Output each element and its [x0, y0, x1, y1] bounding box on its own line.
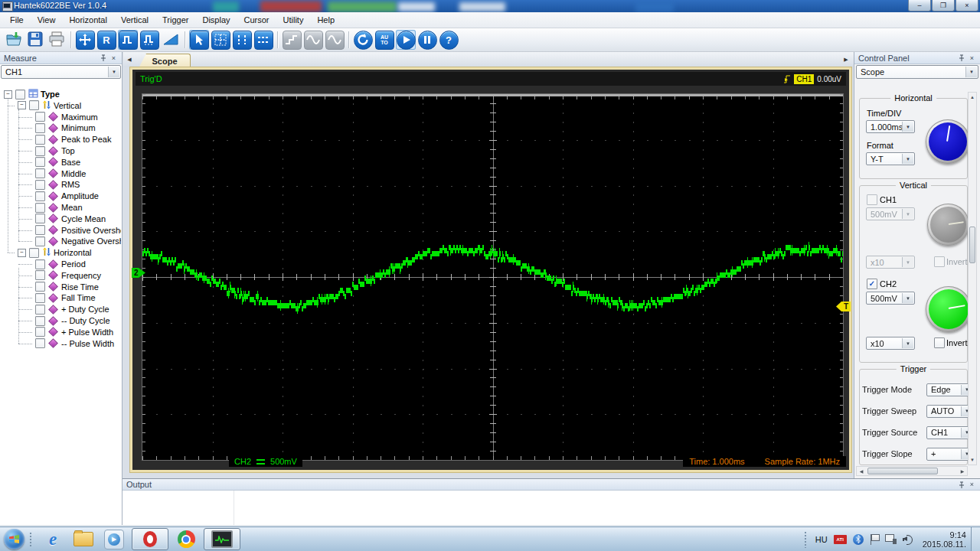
tree-checkbox[interactable] [35, 225, 45, 235]
menu-item-display[interactable]: Display [195, 14, 237, 26]
horizontal-scrollbar[interactable]: ◀ ▶ [856, 466, 968, 476]
tree-checkbox[interactable] [35, 180, 45, 190]
trigger-mode-select[interactable]: Edge▼ [926, 383, 974, 396]
format-select[interactable]: Y-T▼ [866, 152, 915, 165]
tree-checkbox[interactable] [35, 293, 45, 303]
pause-button[interactable] [417, 30, 437, 50]
tree-checkbox[interactable] [35, 305, 45, 315]
menu-item-vertical[interactable]: Vertical [114, 14, 155, 26]
scroll-up-icon[interactable]: ▲ [969, 93, 976, 101]
close-icon[interactable]: × [968, 54, 976, 62]
close-button[interactable]: × [956, 0, 978, 11]
tree-checkbox[interactable] [35, 123, 45, 133]
clock[interactable]: 9:14 2015.08.11. [923, 530, 966, 549]
start-button[interactable] [4, 529, 24, 549]
time-div-select[interactable]: 1.000ms▼ [866, 120, 915, 133]
tree-checkbox[interactable] [35, 157, 45, 167]
network-icon[interactable] [885, 534, 897, 544]
square-wave-button[interactable] [118, 30, 138, 50]
tree-checkbox[interactable] [35, 135, 45, 145]
tree-checkbox[interactable] [35, 327, 45, 337]
menu-item-trigger[interactable]: Trigger [155, 14, 195, 26]
pointer-tool-button[interactable] [189, 30, 209, 50]
language-indicator[interactable]: HU [815, 535, 828, 544]
collapse-icon[interactable]: − [18, 101, 26, 109]
tree-node-horizontal[interactable]: −Horizontal [0, 247, 121, 258]
horizontal-scroll-thumb[interactable] [867, 468, 938, 474]
print-button[interactable] [47, 30, 67, 50]
scroll-left-icon[interactable]: ◀ [858, 467, 865, 475]
tree-checkbox[interactable] [35, 168, 45, 178]
horizontal-cursors-button[interactable] [253, 30, 273, 50]
bluetooth-icon[interactable] [853, 534, 864, 545]
trigger-slope-select[interactable]: +▼ [926, 448, 974, 461]
tab-scroll-left-icon[interactable]: ◀ [125, 54, 134, 65]
menu-item-cursor[interactable]: Cursor [237, 14, 276, 26]
tree-checkbox[interactable] [29, 100, 39, 110]
menu-item-help[interactable]: Help [310, 14, 341, 26]
ch2-volt-select[interactable]: 500mV▼ [866, 292, 915, 305]
ch1-enable-checkbox[interactable] [867, 194, 877, 205]
tree-checkbox[interactable] [35, 112, 45, 122]
menu-item-view[interactable]: View [31, 14, 63, 26]
tree-checkbox[interactable] [35, 259, 45, 269]
tree-checkbox[interactable] [29, 248, 39, 258]
menu-item-file[interactable]: File [3, 14, 31, 26]
grid-display-button[interactable] [211, 30, 230, 50]
tree-checkbox[interactable] [35, 191, 45, 201]
tree-checkbox[interactable] [35, 338, 45, 348]
save-file-button[interactable] [25, 30, 45, 50]
tree-checkbox[interactable] [15, 90, 25, 99]
opera-taskbar-button[interactable] [132, 528, 168, 550]
vertical-cursors-button[interactable] [232, 30, 252, 50]
scroll-right-icon[interactable]: ▶ [959, 467, 966, 475]
pin-icon[interactable] [957, 54, 965, 62]
control-panel-select[interactable]: Scope ▼ [856, 65, 978, 79]
close-icon[interactable]: × [109, 54, 118, 62]
ramp-wave-button[interactable] [161, 30, 181, 50]
reference-button[interactable]: R [96, 30, 116, 50]
tree-node-type[interactable]: −Type [0, 89, 121, 99]
square-wave-alt-button[interactable] [139, 30, 159, 50]
scroll-down-icon[interactable]: ▼ [969, 456, 976, 464]
horizontal-position-knob[interactable] [926, 119, 970, 164]
pin-icon[interactable] [99, 54, 107, 62]
menu-item-horizontal[interactable]: Horizontal [62, 14, 114, 26]
collapse-icon[interactable]: − [18, 249, 26, 257]
show-desktop-button[interactable] [971, 527, 980, 551]
pin-icon[interactable] [957, 481, 965, 489]
minimize-button[interactable]: – [908, 0, 931, 11]
collapse-icon[interactable]: − [4, 90, 12, 99]
help-button[interactable]: ? [439, 30, 459, 50]
tab-scope[interactable]: Scope [139, 54, 191, 68]
restore-button[interactable]: ❐ [932, 0, 955, 11]
default-setup-button[interactable] [75, 30, 95, 50]
menu-item-utility[interactable]: Utility [276, 14, 311, 26]
tree-checkbox[interactable] [35, 236, 45, 246]
show-hidden-icons[interactable] [804, 531, 808, 548]
file-explorer-icon[interactable] [70, 529, 96, 550]
trigger-source-select[interactable]: CH1▼ [926, 426, 974, 439]
ch2-invert-checkbox[interactable] [934, 337, 945, 348]
measure-channel-select[interactable]: CH1 ▼ [1, 65, 121, 79]
tree-checkbox[interactable] [35, 270, 45, 280]
tab-scroll-right-icon[interactable]: ▶ [841, 54, 851, 65]
open-file-button[interactable] [4, 30, 24, 50]
autoset-button[interactable]: AUTO [374, 30, 394, 50]
close-icon[interactable]: × [968, 481, 976, 489]
tree-checkbox[interactable] [35, 316, 45, 326]
action-center-flag-icon[interactable] [870, 534, 879, 545]
vertical-scrollbar[interactable]: ▲ ▼ [968, 92, 977, 465]
trigger-sweep-select[interactable]: AUTO▼ [926, 405, 974, 418]
vertical-scroll-thumb[interactable] [969, 227, 975, 263]
ch2-probe-select[interactable]: x10▼ [866, 337, 915, 350]
volume-icon[interactable] [903, 534, 913, 544]
hantek-taskbar-button[interactable] [204, 528, 240, 550]
start-button[interactable] [396, 30, 416, 50]
ch2-position-knob[interactable] [926, 286, 972, 332]
tree-checkbox[interactable] [35, 203, 45, 213]
tree-checkbox[interactable] [35, 282, 45, 292]
tree-checkbox[interactable] [35, 214, 45, 223]
refresh-button[interactable] [353, 30, 373, 50]
ati-tray-icon[interactable]: ATI [834, 535, 847, 544]
